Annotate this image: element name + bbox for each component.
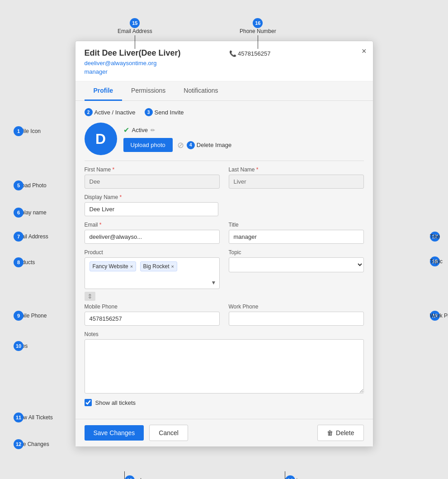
annotation-6: 6 [14, 208, 24, 218]
email-group: Email * [85, 222, 220, 244]
annotation-7: 7 [14, 232, 24, 242]
mobile-phone-input[interactable] [85, 312, 220, 326]
tab-permissions[interactable]: Permissions [122, 81, 174, 101]
cancel-button[interactable]: Cancel [149, 425, 188, 441]
annotation-1: 1 [14, 126, 24, 136]
show-all-tickets-checkbox[interactable] [85, 399, 92, 406]
form-grid: First Name * Last Name * Display Name * [85, 166, 364, 289]
topic-label: Topic [229, 249, 364, 256]
annotation-8: 8 [14, 257, 24, 267]
tabs-bar: Profile Permissions Notifications [75, 81, 373, 101]
annotation-2-inline: 2 [85, 108, 93, 116]
email-input[interactable] [85, 230, 220, 244]
notes-group: Notes [85, 331, 364, 394]
title-label: Title [229, 222, 364, 228]
product-tag-container[interactable]: Fancy Website × Big Rocket × ▼ [85, 257, 220, 289]
status-badge: ✔ Active ✏ [123, 126, 232, 134]
check-icon: ✔ [123, 126, 129, 134]
annotation-label-16: Phone Number [240, 28, 276, 34]
annotation-13: 13 [125, 475, 135, 479]
last-name-label: Last Name * [229, 166, 364, 173]
tab-profile[interactable]: Profile [85, 81, 123, 101]
show-all-tickets-label: Show all tickets [95, 399, 136, 406]
delete-icon: 🗑 [327, 429, 333, 436]
tag-big-rocket-label: Big Rocket [143, 263, 170, 270]
annotation-3-inline: 3 [145, 108, 153, 116]
modal-content: 2 Active / Inactive 3 Send Invite D ✔ Ac… [75, 101, 373, 419]
annotation-label-19: Work Phone [430, 313, 448, 319]
annotation-label-15: Email Address [118, 28, 152, 34]
topic-group: Topic [229, 249, 364, 289]
annotation-12: 12 [14, 439, 24, 449]
active-status-text: Active [132, 127, 148, 133]
modal-footer: Save Changes Cancel 🗑 Delete [75, 419, 373, 446]
modal-title: Edit Dee Liver(Dee Liver) [85, 48, 364, 58]
mobile-phone-group: Mobile Phone [85, 304, 220, 326]
modal-phone: 📞 4578156257 [229, 50, 271, 57]
annotation-5: 5 [14, 180, 24, 190]
last-name-group: Last Name * [229, 166, 364, 189]
annotation-9: 9 [14, 311, 24, 321]
work-phone-label: Work Phone [229, 304, 364, 310]
last-name-input[interactable] [229, 175, 364, 189]
modal-email[interactable]: deeliver@alwaysontime.org [85, 60, 364, 66]
delete-label: Delete [336, 429, 354, 436]
work-phone-group: Work Phone [229, 304, 364, 326]
edit-modal: Edit Dee Liver(Dee Liver) deeliver@alway… [75, 41, 373, 447]
notes-textarea[interactable] [85, 339, 364, 394]
show-all-tickets-row: Show all tickets [85, 399, 364, 406]
title-input[interactable] [229, 230, 364, 244]
annotation-label-17: Title [430, 233, 440, 240]
first-name-label: First Name * [85, 166, 220, 173]
annotation-10: 10 [14, 341, 24, 351]
profile-section: D [85, 123, 117, 155]
send-invite-label[interactable]: Send Invite [155, 109, 184, 116]
tag-big-rocket[interactable]: Big Rocket × [140, 261, 177, 271]
delete-image-button[interactable]: Delete Image [197, 142, 231, 148]
divider-1 [85, 161, 364, 161]
tag-fancy-website[interactable]: Fancy Website × [90, 261, 137, 271]
product-dropdown-arrow[interactable]: ▼ [211, 280, 217, 286]
display-name-input[interactable] [85, 202, 219, 216]
delete-button[interactable]: 🗑 Delete [317, 425, 363, 441]
display-name-group: Display Name * [85, 194, 364, 216]
annotation-14: 14 [285, 475, 295, 479]
save-changes-button[interactable]: Save Changes [85, 425, 144, 441]
edit-icon[interactable]: ✏ [151, 127, 155, 133]
no-photo-icon: ⊘ [177, 140, 184, 150]
mobile-phone-label: Mobile Phone [85, 304, 220, 310]
first-name-group: First Name * [85, 166, 220, 189]
product-label: Product [85, 249, 220, 256]
notes-label: Notes [85, 331, 364, 337]
avatar: D [85, 123, 117, 155]
annotation-11: 11 [14, 413, 24, 422]
upload-photo-button[interactable]: Upload photo [123, 138, 173, 152]
status-row: 2 Active / Inactive 3 Send Invite [85, 108, 364, 116]
work-phone-input[interactable] [229, 312, 364, 326]
resize-handle[interactable]: ⇕ [85, 292, 95, 301]
topic-select[interactable] [229, 257, 364, 272]
tag-fancy-website-label: Fancy Website [93, 263, 128, 270]
active-inactive-label[interactable]: Active / Inactive [94, 109, 136, 116]
phone-grid: Mobile Phone Work Phone [85, 304, 364, 326]
annotation-16: 16 [253, 18, 263, 28]
tag-fancy-website-remove[interactable]: × [130, 264, 133, 269]
title-group: Title [229, 222, 364, 244]
annotation-4-inline: 4 [187, 141, 195, 149]
first-name-input[interactable] [85, 175, 220, 189]
annotation-15: 15 [130, 18, 140, 28]
email-label: Email * [85, 222, 220, 228]
annotation-label-18: Topic [430, 258, 443, 265]
modal-role: manager [85, 68, 108, 75]
display-name-label: Display Name * [85, 194, 364, 200]
tab-notifications[interactable]: Notifications [174, 81, 227, 101]
product-group: Product Fancy Website × Big Rocket × ▼ [85, 249, 220, 289]
close-button[interactable]: × [362, 47, 367, 56]
tag-big-rocket-remove[interactable]: × [171, 264, 174, 269]
